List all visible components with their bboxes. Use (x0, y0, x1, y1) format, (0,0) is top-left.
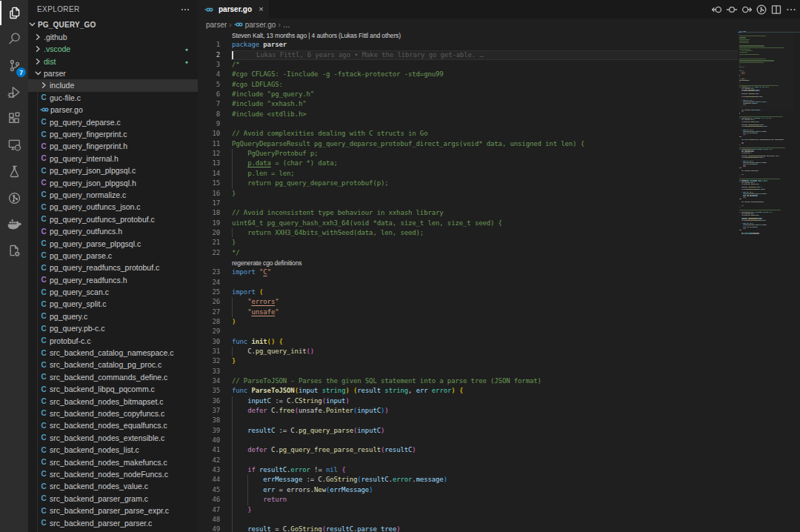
file-item-pg-query-parse-c[interactable]: Cpg_query_parse.c (28, 250, 198, 262)
line-number: 33 (198, 367, 220, 376)
file-item-src-backend-libpq-pqcomm-c[interactable]: Csrc_backend_libpq_pqcomm.c (28, 383, 198, 395)
source-control-icon[interactable]: 7 (0, 53, 28, 79)
token-pl: , (408, 387, 416, 394)
tab-close-icon[interactable]: × (257, 5, 265, 14)
file-item-guc-file-c[interactable]: Cguc-file.c (28, 92, 198, 104)
line-number: 6 (198, 90, 220, 99)
breadcrumb-item[interactable]: … (283, 21, 290, 29)
token-fn: CString (295, 397, 322, 405)
file-item-src-backend-nodes-equalfuncs-c[interactable]: Csrc_backend_nodes_equalfuncs.c (28, 419, 198, 431)
file-item-src-backend-nodes-value-c[interactable]: Csrc_backend_nodes_value.c (28, 480, 198, 492)
code-line-47: 47 } (198, 505, 738, 515)
line-content: #cgo LDFLAGS: (220, 80, 738, 90)
file-item-pg-query-json-plpgsql-c[interactable]: Cpg_query_json_plpgsql.c (28, 164, 198, 176)
extensions-icon[interactable] (0, 105, 28, 131)
split-editor-icon[interactable] (769, 2, 784, 17)
file-item-src-backend-nodes-bitmapset-c[interactable]: Csrc_backend_nodes_bitmapset.c (28, 395, 198, 407)
tree-item-label: pg_query_json_plpgsql.c (50, 166, 136, 175)
file-item-protobuf-c-c[interactable]: Cprotobuf-c.c (28, 334, 198, 346)
file-item-parser-go[interactable]: parser.go (28, 104, 198, 116)
file-item-pg-query-c[interactable]: Cpg_query.c (28, 310, 198, 322)
explorer-sidebar: EXPLORER PG_QUERY_GO.github.vscode●dist●… (28, 0, 198, 532)
c-file-icon: C (40, 433, 47, 442)
codelens-blame-authors[interactable]: Steven Kalt, 13 months ago | 4 authors (… (220, 30, 738, 40)
open-changes-prev-icon[interactable] (710, 2, 724, 17)
breadcrumb-item[interactable]: parser.go (234, 21, 276, 29)
file-item-src-backend-catalog-namespace-c[interactable]: Csrc_backend_catalog_namespace.c (28, 347, 198, 359)
file-item-src-backend-parser-parser-c[interactable]: Csrc_backend_parser_parser.c (28, 516, 198, 528)
codelens-regenerate-cgo[interactable]: regenerate cgo definitions (220, 258, 738, 267)
file-item-pg-query-readfuncs-h[interactable]: Cpg_query_readfuncs.h (28, 274, 198, 286)
file-item-pg-query-normalize-c[interactable]: Cpg_query_normalize.c (28, 189, 198, 201)
file-item-pg-query-json-plpgsql-h[interactable]: Cpg_query_json_plpgsql.h (28, 176, 198, 188)
token-b2: } (247, 506, 251, 513)
minimap-slider[interactable] (738, 30, 794, 111)
folder-item--github[interactable]: .github (28, 31, 198, 43)
token-b2: ) (381, 427, 384, 434)
file-item-pg-query-readfuncs-protobuf-c[interactable]: Cpg_query_readfuncs_protobuf.c (28, 262, 198, 273)
sidebar-more-actions-button[interactable] (180, 4, 190, 18)
token-var: result (357, 387, 381, 394)
token-fn: pg_query_parse (299, 427, 353, 434)
tree-item-label: pg_query_parse_plpgsql.c (50, 239, 141, 248)
more-actions-icon[interactable] (784, 2, 799, 17)
open-changes-working-icon[interactable] (724, 2, 739, 17)
file-item-src-backend-parser-parse-expr-c[interactable]: Csrc_backend_parser_parse_expr.c (28, 505, 198, 516)
search-icon[interactable] (0, 26, 28, 52)
file-item-pg-query-pb-c-c[interactable]: Cpg_query.pb-c.c (28, 322, 198, 334)
token-ctl: return (263, 496, 287, 503)
file-item-src-backend-parser-gram-c[interactable]: Csrc_backend_parser_gram.c (28, 493, 198, 505)
line-number: 26 (198, 297, 220, 307)
tab-label: parser.go (219, 5, 252, 13)
token-cmt: // Avoid inconsistent type behaviour in … (232, 209, 444, 216)
folder-item-dist[interactable]: dist● (28, 55, 198, 67)
breadcrumb-item[interactable]: parser (206, 21, 227, 29)
folder-item-parser[interactable]: parser (28, 67, 198, 79)
file-item-pg-query-outfuncs-json-c[interactable]: Cpg_query_outfuncs_json.c (28, 201, 198, 213)
line-number: 18 (198, 208, 220, 218)
token-var: resultC (326, 525, 353, 532)
tab-parser-go[interactable]: parser.go × (198, 0, 270, 19)
file-item-pg-query-fingerprint-c[interactable]: Cpg_query_fingerprint.c (28, 128, 198, 140)
token-cmt: #include <stdlib.h> (232, 110, 306, 118)
breadcrumb: parser›parser.go›… (198, 19, 800, 30)
file-item-pg-query-fingerprint-h[interactable]: Cpg_query_fingerprint.h (28, 140, 198, 152)
file-item-src-backend-nodes-list-c[interactable]: Csrc_backend_nodes_list.c (28, 444, 198, 456)
token-fnb: ParseToJSON (251, 387, 294, 394)
testing-icon[interactable] (0, 159, 28, 184)
gitlens-file-history-icon[interactable] (754, 2, 769, 17)
code-line-32: 32} (198, 356, 738, 366)
folder-item-pg-query-go[interactable]: PG_QUERY_GO (28, 19, 198, 30)
token-fn: free (279, 407, 294, 414)
remote-explorer-icon[interactable] (0, 132, 28, 158)
file-item-src-backend-nodes-makefuncs-c[interactable]: Csrc_backend_nodes_makefuncs.c (28, 456, 198, 468)
file-item-src-backend-nodes-nodefuncs-c[interactable]: Csrc_backend_nodes_nodeFuncs.c (28, 468, 198, 480)
folder-item-include[interactable]: include (28, 79, 198, 91)
file-item-src-backend-nodes-extensible-c[interactable]: Csrc_backend_nodes_extensible.c (28, 432, 198, 444)
open-changes-next-icon[interactable] (739, 2, 754, 17)
file-item-pg-query-parse-plpgsql-c[interactable]: Cpg_query_parse_plpgsql.c (28, 237, 198, 249)
code-line-14: 14 p.len = len; (198, 169, 738, 179)
folder-item--vscode[interactable]: .vscode● (28, 43, 198, 55)
file-item-src-backend-commands-define-c[interactable]: Csrc_backend_commands_define.c (28, 371, 198, 383)
editorconfig-icon[interactable] (0, 238, 28, 264)
docker-icon[interactable] (0, 211, 28, 237)
file-item-pg-query-deparse-c[interactable]: Cpg_query_deparse.c (28, 116, 198, 127)
token-fn: Pointer (326, 407, 353, 414)
run-debug-icon[interactable] (0, 79, 28, 105)
line-content: return XXH3_64bits_withSeed(data, len, s… (220, 228, 738, 238)
explorer-icon[interactable] (0, 0, 28, 26)
editor-pane[interactable]: Steven Kalt, 13 months ago | 4 authors (… (198, 30, 800, 532)
c-file-icon: C (40, 361, 47, 369)
file-item-pg-query-internal-h[interactable]: Cpg_query_internal.h (28, 153, 198, 164)
file-item-src-backend-catalog-pg-proc-c[interactable]: Csrc_backend_catalog_pg_proc.c (28, 359, 198, 370)
file-item-pg-query-scan-c[interactable]: Cpg_query_scan.c (28, 286, 198, 298)
minimap[interactable] (738, 30, 794, 532)
file-item-pg-query-split-c[interactable]: Cpg_query_split.c (28, 298, 198, 310)
code-line-17: 17 (198, 199, 738, 208)
file-item-pg-query-outfuncs-h[interactable]: Cpg_query_outfuncs.h (28, 225, 198, 237)
file-item-pg-query-outfuncs-protobuf-c[interactable]: Cpg_query_outfuncs_protobuf.c (28, 213, 198, 225)
file-item-src-backend-nodes-copyfuncs-c[interactable]: Csrc_backend_nodes_copyfuncs.c (28, 408, 198, 419)
gitlens-icon[interactable] (0, 185, 28, 211)
token-fnb: init (251, 338, 267, 345)
